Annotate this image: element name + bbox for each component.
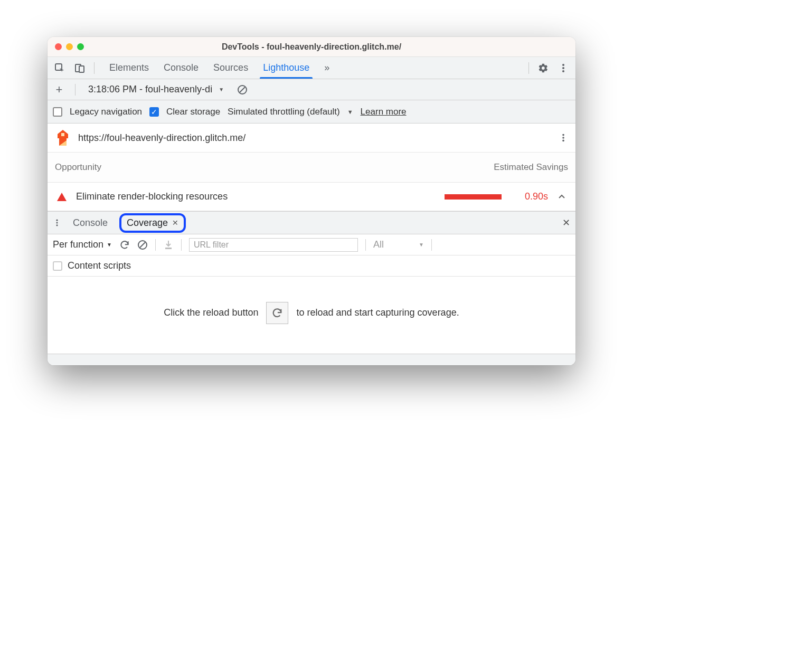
svg-point-17 [56,224,58,226]
zoom-window-button[interactable] [77,43,84,50]
clear-report-icon[interactable] [233,81,251,99]
report-menu-icon[interactable] [559,133,568,143]
new-report-button[interactable]: + [52,83,67,97]
svg-point-12 [562,134,564,136]
url-filter-input[interactable]: URL filter [189,238,358,252]
throttling-select[interactable]: Simulated throttling (default) [228,107,340,117]
tab-elements[interactable]: Elements [102,57,156,79]
titlebar: DevTools - foul-heavenly-direction.glitc… [48,37,575,57]
lighthouse-toolbar: + 3:18:06 PM - foul-heavenly-di [48,79,575,100]
savings-value: 0.90s [511,191,548,202]
opportunity-columns: Opportunity Estimated Savings [48,153,575,183]
svg-rect-11 [61,133,64,136]
drawer-tabstrip: Console Coverage ✕ ✕ [48,211,575,234]
window-footer [48,354,575,365]
traffic-lights [55,43,84,50]
drawer-tab-coverage[interactable]: Coverage ✕ [119,213,186,233]
drawer-tab-console[interactable]: Console [69,215,112,231]
svg-point-16 [56,222,58,223]
close-tab-icon[interactable]: ✕ [172,219,178,227]
minimize-window-button[interactable] [66,43,73,50]
report-url: https://foul-heavenly-direction.glitch.m… [78,132,246,144]
svg-point-5 [562,70,564,72]
column-savings: Estimated Savings [494,162,568,173]
svg-point-15 [56,220,58,221]
coverage-toolbar-2: Content scripts [48,255,575,277]
tabs-overflow-icon[interactable]: » [317,57,337,79]
divider [181,239,182,251]
coverage-empty-state: Click the reload button to reload and st… [48,277,575,354]
column-opportunity: Opportunity [55,162,101,173]
report-select-label: 3:18:06 PM - foul-heavenly-di [88,84,212,95]
divider [155,239,156,251]
close-window-button[interactable] [55,43,62,50]
coverage-toolbar: Per function ▼ URL filter All ▼ [48,234,575,255]
clear-storage-checkbox[interactable]: ✓ [149,107,159,117]
drawer-tab-coverage-label: Coverage [127,217,168,229]
panel-tabs: Elements Console Sources Lighthouse » [102,57,337,79]
tab-lighthouse[interactable]: Lighthouse [256,57,317,79]
clear-storage-label: Clear storage [166,107,220,117]
clear-icon[interactable] [137,240,148,250]
report-header: https://foul-heavenly-direction.glitch.m… [48,124,575,153]
legacy-navigation-label: Legacy navigation [70,107,142,117]
inspect-element-icon[interactable] [51,59,69,77]
opportunity-title: Eliminate render-blocking resources [76,191,228,202]
reload-button[interactable] [266,302,288,324]
content-scripts-label: Content scripts [68,260,131,271]
url-filter-placeholder: URL filter [194,240,229,250]
coverage-hint-post: to reload and start capturing coverage. [296,307,459,318]
divider [431,239,432,251]
svg-line-7 [240,87,245,92]
close-drawer-icon[interactable]: ✕ [562,217,570,229]
svg-point-3 [562,64,564,66]
export-icon [163,240,174,250]
tab-console[interactable]: Console [156,57,206,79]
coverage-hint-pre: Click the reload button [164,307,258,318]
opportunity-row[interactable]: Eliminate render-blocking resources 0.90… [48,183,575,211]
kebab-menu-icon[interactable] [554,59,572,77]
svg-point-13 [562,137,564,139]
svg-point-4 [562,67,564,69]
type-filter-select[interactable]: All ▼ [373,239,424,250]
tab-sources[interactable]: Sources [206,57,256,79]
lighthouse-logo-icon [55,129,71,147]
divider [365,239,366,251]
fail-triangle-icon [57,193,67,201]
content-scripts-checkbox[interactable] [53,261,62,271]
settings-gear-icon[interactable] [534,59,552,77]
divider [528,62,529,74]
main-tabstrip: Elements Console Sources Lighthouse » [48,57,575,79]
savings-bar [445,194,502,200]
reload-icon[interactable] [119,240,130,250]
learn-more-link[interactable]: Learn more [361,107,407,117]
chevron-up-icon[interactable] [558,193,566,201]
svg-point-14 [562,140,564,142]
divider [94,62,95,74]
lighthouse-options: Legacy navigation ✓ Clear storage Simula… [48,100,575,124]
granularity-select[interactable]: Per function ▼ [53,239,112,250]
svg-line-19 [140,242,145,248]
device-toolbar-icon[interactable] [71,59,89,77]
report-select[interactable]: 3:18:06 PM - foul-heavenly-di [84,82,228,97]
legacy-navigation-checkbox[interactable] [53,107,62,117]
drawer-menu-icon[interactable] [53,219,61,227]
svg-rect-2 [79,66,84,72]
divider [75,84,75,96]
devtools-window: DevTools - foul-heavenly-direction.glitc… [48,37,575,365]
svg-rect-20 [165,248,172,249]
window-title: DevTools - foul-heavenly-direction.glitc… [222,42,401,52]
